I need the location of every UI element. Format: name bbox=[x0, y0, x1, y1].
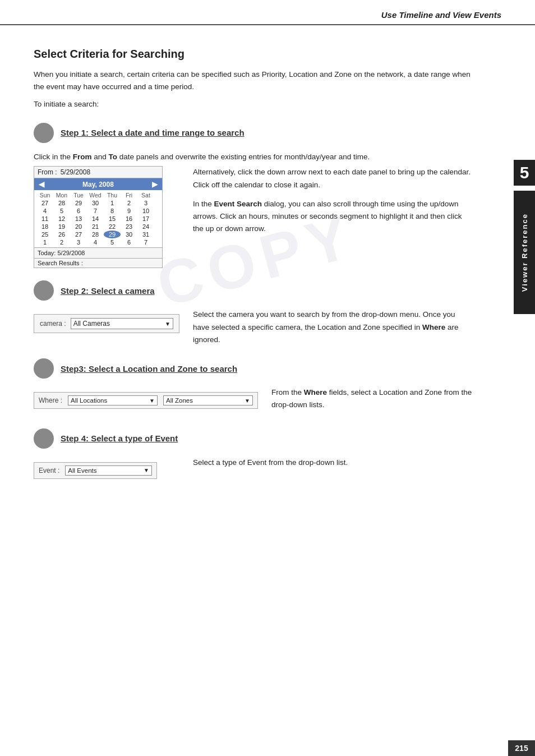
where-label: Where : bbox=[39, 397, 62, 404]
cal-day[interactable]: 30 bbox=[87, 199, 104, 207]
cal-prev-btn[interactable]: ◀ bbox=[39, 180, 44, 188]
cal-day[interactable]: 12 bbox=[53, 215, 70, 223]
step4-circle bbox=[34, 428, 54, 449]
location-select[interactable]: All Locations ▼ bbox=[68, 395, 158, 405]
cal-day[interactable]: 6 bbox=[70, 207, 87, 215]
camera-dropdown-row: camera : All Cameras ▼ bbox=[34, 314, 179, 333]
cal-day[interactable]: 25 bbox=[36, 231, 53, 238]
cal-day[interactable]: 17 bbox=[137, 215, 154, 223]
step4-header: Step 4: Select a type of Event bbox=[34, 428, 473, 449]
cal-month-label: May, 2008 bbox=[82, 181, 114, 188]
cal-day[interactable]: 13 bbox=[70, 215, 87, 223]
cal-day[interactable]: 3 bbox=[70, 238, 87, 246]
where-row: Where : All Locations ▼ All Zones ▼ bbox=[34, 392, 258, 409]
cal-today-label: Today: 5/29/2008 bbox=[38, 250, 85, 256]
camera-select[interactable]: All Cameras ▼ bbox=[71, 318, 173, 329]
cal-day[interactable]: 31 bbox=[137, 231, 154, 238]
step1-circle bbox=[34, 123, 54, 143]
step1-alt-para2: In the Event Search dialog, you can also… bbox=[193, 198, 473, 236]
step1-header: Step 1: Select a date and time range to … bbox=[34, 123, 473, 143]
cal-day[interactable]: 21 bbox=[87, 223, 104, 231]
cal-day[interactable]: 1 bbox=[36, 238, 53, 246]
cal-from-label: From : bbox=[38, 168, 57, 176]
cal-from-value: 5/29/2008 bbox=[61, 168, 90, 176]
step2-circle bbox=[34, 280, 54, 301]
cal-search-results-label: Search Results : bbox=[38, 260, 83, 266]
cal-day[interactable]: 2 bbox=[121, 199, 137, 207]
cal-day[interactable]: 26 bbox=[53, 231, 70, 238]
step2-body: Select the camera you want to search by … bbox=[193, 308, 473, 346]
cal-day[interactable]: 24 bbox=[137, 223, 154, 231]
cal-from-row: From : 5/29/2008 bbox=[34, 167, 162, 178]
cal-day[interactable]: 1 bbox=[104, 199, 121, 207]
step3-content: Where : All Locations ▼ All Zones ▼ From… bbox=[34, 386, 473, 412]
cal-day[interactable]: 16 bbox=[121, 215, 137, 223]
cal-day[interactable]: 29 bbox=[70, 199, 87, 207]
event-value: All Events bbox=[68, 467, 96, 474]
cal-day[interactable]: 30 bbox=[121, 231, 137, 238]
cal-hdr-sat: Sat bbox=[137, 191, 154, 199]
cal-day[interactable]: 18 bbox=[36, 223, 53, 231]
page-header: Use Timeline and View Events bbox=[0, 0, 535, 25]
step1-alt-para1: Alternatively, click the down arrow next… bbox=[193, 166, 473, 191]
cal-day[interactable]: 6 bbox=[121, 238, 137, 246]
cal-day[interactable]: 28 bbox=[87, 231, 104, 238]
cal-day[interactable]: 22 bbox=[104, 223, 121, 231]
cal-day[interactable]: 8 bbox=[104, 207, 121, 215]
event-label: Event : bbox=[39, 467, 59, 474]
cal-day[interactable]: 3 bbox=[137, 199, 154, 207]
cal-day[interactable]: 27 bbox=[36, 199, 53, 207]
step1-content: From : 5/29/2008 ◀ May, 2008 ▶ Sun Mon T bbox=[34, 166, 473, 268]
step4-title: Step 4: Select a type of Event bbox=[61, 434, 178, 443]
intro-text-2: To initiate a search: bbox=[34, 98, 473, 110]
cal-day[interactable]: 7 bbox=[87, 207, 104, 215]
page-container: Use Timeline and View Events 5 Viewer Re… bbox=[0, 0, 535, 756]
step2-left: camera : All Cameras ▼ bbox=[34, 308, 179, 333]
cal-day[interactable]: 14 bbox=[87, 215, 104, 223]
cal-hdr-thu: Thu bbox=[104, 191, 121, 199]
cal-next-btn[interactable]: ▶ bbox=[152, 180, 158, 188]
cal-week-2: 4 5 6 7 8 9 10 bbox=[36, 207, 160, 215]
camera-dropdown-arrow: ▼ bbox=[165, 321, 170, 327]
cal-day[interactable]: 4 bbox=[36, 207, 53, 215]
event-search-bold: Event Search bbox=[214, 200, 262, 208]
calendar-widget: From : 5/29/2008 ◀ May, 2008 ▶ Sun Mon T bbox=[34, 166, 163, 268]
cal-day[interactable]: 20 bbox=[70, 223, 87, 231]
zone-dropdown-arrow: ▼ bbox=[245, 398, 250, 404]
viewer-reference-label: Viewer Reference bbox=[520, 213, 529, 292]
cal-week-6: 1 2 3 4 5 6 7 bbox=[36, 238, 160, 246]
cal-day[interactable]: 27 bbox=[70, 231, 87, 238]
cal-day[interactable]: 28 bbox=[53, 199, 70, 207]
cal-today-row: Today: 5/29/2008 bbox=[34, 247, 162, 258]
cal-day[interactable]: 5 bbox=[53, 207, 70, 215]
cal-day[interactable]: 9 bbox=[121, 207, 137, 215]
main-content: Select Criteria for Searching When you i… bbox=[0, 25, 513, 501]
step3-circle bbox=[34, 358, 54, 379]
cal-day[interactable]: 7 bbox=[137, 238, 154, 246]
cal-hdr-tue: Tue bbox=[70, 191, 87, 199]
cal-day[interactable]: 11 bbox=[36, 215, 53, 223]
cal-day[interactable]: 10 bbox=[137, 207, 154, 215]
cal-day[interactable]: 15 bbox=[104, 215, 121, 223]
event-widget: Event : All Events ▼ bbox=[34, 462, 179, 479]
cal-day-highlighted[interactable]: 29 bbox=[104, 231, 121, 238]
step1-left: From : 5/29/2008 ◀ May, 2008 ▶ Sun Mon T bbox=[34, 166, 179, 268]
step2-header: Step 2: Select a camera bbox=[34, 280, 473, 301]
camera-label: camera : bbox=[40, 320, 66, 328]
step1-right: Alternatively, click the down arrow next… bbox=[193, 166, 473, 235]
cal-day[interactable]: 5 bbox=[104, 238, 121, 246]
page-number: 215 bbox=[515, 744, 528, 753]
event-dropdown-arrow: ▼ bbox=[144, 467, 149, 473]
step4-left: Event : All Events ▼ bbox=[34, 457, 179, 479]
cal-day[interactable]: 19 bbox=[53, 223, 70, 231]
zone-select[interactable]: All Zones ▼ bbox=[163, 395, 253, 405]
chapter-number: 5 bbox=[520, 163, 529, 182]
cal-week-4: 18 19 20 21 22 23 24 bbox=[36, 223, 160, 231]
cal-day[interactable]: 23 bbox=[121, 223, 137, 231]
cal-day[interactable]: 2 bbox=[53, 238, 70, 246]
intro-text-1: When you initiate a search, certain crit… bbox=[34, 68, 473, 93]
cal-day[interactable]: 4 bbox=[87, 238, 104, 246]
step4-body: Select a type of Event from the drop-dow… bbox=[193, 457, 473, 469]
event-select[interactable]: All Events ▼ bbox=[65, 465, 152, 476]
from-bold: From bbox=[73, 153, 92, 161]
